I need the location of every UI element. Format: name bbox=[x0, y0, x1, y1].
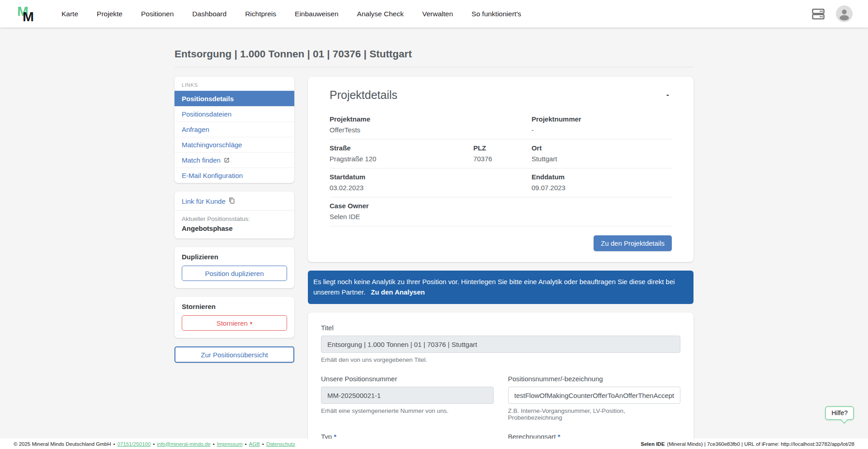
sidebar-item-anfragen[interactable]: Anfragen bbox=[175, 122, 294, 137]
sidebar-item-matchingvorschlaege[interactable]: Matchingvorschläge bbox=[175, 137, 294, 152]
unsere-positionsnummer-help: Erhält eine systemgenerierte Nummer von … bbox=[321, 407, 494, 414]
field-projektname: Projektname OfferTests bbox=[330, 115, 532, 134]
field-startdatum: Startdatum 03.02.2023 bbox=[330, 173, 532, 192]
field-label: PLZ bbox=[473, 144, 532, 152]
sidebar: LINKS Positionsdetails Positionsdateien … bbox=[175, 77, 294, 363]
footer-email-link[interactable]: info@mineral-minds.de bbox=[157, 441, 210, 447]
footer-separator: • bbox=[153, 441, 155, 447]
server-icon[interactable] bbox=[811, 7, 825, 21]
duplicate-card: Duplizieren Position duplizieren bbox=[175, 247, 294, 288]
copy-icon bbox=[229, 197, 235, 205]
link-fuer-kunde[interactable]: Link für Kunde bbox=[175, 192, 294, 210]
navbar-right bbox=[811, 5, 853, 22]
titel-label: Titel bbox=[321, 324, 680, 332]
sidebar-item-label: E-Mail Konfiguration bbox=[182, 172, 243, 179]
nav-item-projekte[interactable]: Projekte bbox=[97, 10, 123, 18]
position-form-card: Titel Erhält den von uns vorgegebenen Ti… bbox=[308, 313, 693, 449]
duplicate-section-title: Duplizieren bbox=[182, 253, 287, 261]
nav-item-karte[interactable]: Karte bbox=[61, 10, 78, 18]
cancel-position-button[interactable]: Stornieren ▾ bbox=[182, 315, 287, 331]
field-label: Projektname bbox=[330, 115, 532, 123]
footer-separator: • bbox=[113, 441, 115, 447]
sidebar-item-email-konfiguration[interactable]: E-Mail Konfiguration bbox=[175, 168, 294, 183]
sidebar-item-label: Matchingvorschläge bbox=[182, 141, 242, 149]
titel-help: Erhält den von uns vorgegebenen Titel. bbox=[321, 356, 680, 363]
nav-item-verwalten[interactable]: Verwalten bbox=[422, 10, 453, 18]
nav-item-einbauweisen[interactable]: Einbauweisen bbox=[295, 10, 339, 18]
sidebar-item-positionsdateien[interactable]: Positionsdateien bbox=[175, 106, 294, 122]
field-case-owner: Case Owner Selen IDE bbox=[330, 202, 672, 220]
field-value: Stuttgart bbox=[532, 155, 672, 163]
nav-item-dashboard[interactable]: Dashboard bbox=[192, 10, 226, 18]
help-button[interactable]: Hilfe? bbox=[825, 406, 854, 420]
main-column: Projektdetails - Projektname OfferTests … bbox=[308, 77, 693, 449]
session-details: (Mineral Minds) | 7ce360e83fb0 | URL of … bbox=[667, 441, 854, 447]
project-row-address: Straße Pragstraße 120 PLZ 70376 Ort Stut… bbox=[330, 140, 672, 168]
mineral-minds-logo[interactable]: M M bbox=[15, 3, 40, 25]
sidebar-item-label: Match finden bbox=[182, 156, 221, 164]
footer-agb-link[interactable]: AGB bbox=[249, 441, 260, 447]
content-area: LINKS Positionsdetails Positionsdateien … bbox=[175, 77, 693, 449]
to-project-details-button[interactable]: Zu den Projektdetails bbox=[594, 235, 672, 251]
sidebar-item-label: Positionsdetails bbox=[182, 95, 234, 103]
field-value: Pragstraße 120 bbox=[330, 155, 473, 163]
sidebar-item-label: Positionsdateien bbox=[182, 110, 231, 118]
positionsnummer-input[interactable] bbox=[508, 387, 681, 404]
field-value: Selen IDE bbox=[330, 213, 672, 220]
footer: © 2025 Mineral Minds Deutschland GmbH • … bbox=[0, 439, 868, 449]
field-label: Enddatum bbox=[532, 173, 672, 181]
field-plz: PLZ 70376 bbox=[473, 144, 532, 163]
collapse-icon[interactable]: - bbox=[664, 89, 672, 101]
unsere-positionsnummer-input bbox=[321, 387, 494, 404]
project-details-head: Projektdetails - bbox=[321, 89, 680, 111]
analytics-info-banner: Es liegt noch keine Analytik zu Ihrer Po… bbox=[308, 271, 693, 304]
field-value: OfferTests bbox=[330, 126, 532, 134]
positionsnummer-label: Positionsnummer/-bezeichnung bbox=[508, 375, 681, 383]
links-card-header: LINKS bbox=[175, 77, 294, 91]
position-status-label: Aktueller Positionsstatus: bbox=[182, 215, 287, 222]
position-overview-button[interactable]: Zur Positionsübersicht bbox=[175, 346, 294, 363]
nav-item-richtpreis[interactable]: Richtpreis bbox=[245, 10, 276, 18]
titel-input bbox=[321, 336, 680, 353]
footer-left: © 2025 Mineral Minds Deutschland GmbH • … bbox=[14, 441, 295, 447]
user-avatar-icon[interactable] bbox=[836, 5, 853, 22]
field-value: 70376 bbox=[473, 155, 532, 163]
field-ort: Ort Stuttgart bbox=[532, 144, 672, 163]
main-menu: Karte Projekte Positionen Dashboard Rich… bbox=[61, 10, 521, 18]
footer-phone-link[interactable]: 07151/250100 bbox=[118, 441, 151, 447]
unsere-positionsnummer-label: Unsere Positionsnummer bbox=[321, 375, 494, 383]
project-details-foot: Zu den Projektdetails bbox=[321, 226, 680, 252]
to-analyses-link[interactable]: Zu den Analysen bbox=[371, 288, 425, 296]
position-number-row: Unsere Positionsnummer Erhält eine syste… bbox=[321, 375, 680, 421]
footer-impressum-link[interactable]: Impressum bbox=[217, 441, 243, 447]
dropdown-caret-icon: ▾ bbox=[250, 321, 253, 326]
position-status-value: Angebotsphase bbox=[182, 224, 287, 232]
cancel-card: Stornieren Stornieren ▾ bbox=[175, 297, 294, 338]
titel-group: Titel Erhält den von uns vorgegebenen Ti… bbox=[321, 324, 680, 363]
field-label: Case Owner bbox=[330, 202, 672, 210]
external-link-icon bbox=[224, 157, 230, 163]
positionsnummer-help: Z.B. Interne-Vorgangsnummer, LV-Position… bbox=[508, 407, 681, 421]
sidebar-item-positionsdetails[interactable]: Positionsdetails bbox=[175, 91, 294, 106]
unsere-positionsnummer-group: Unsere Positionsnummer Erhält eine syste… bbox=[321, 375, 494, 421]
nav-item-so-funktionierts[interactable]: So funktioniert's bbox=[472, 10, 521, 18]
footer-copyright: © 2025 Mineral Minds Deutschland GmbH bbox=[14, 441, 111, 447]
footer-separator: • bbox=[262, 441, 264, 447]
cancel-section-title: Stornieren bbox=[182, 303, 287, 310]
project-details-title: Projektdetails bbox=[330, 89, 397, 102]
project-row-owner: Case Owner Selen IDE bbox=[330, 197, 672, 226]
field-label: Projektnummer bbox=[532, 115, 672, 123]
help-button-label: Hilfe? bbox=[831, 409, 848, 416]
nav-item-positionen[interactable]: Positionen bbox=[141, 10, 174, 18]
duplicate-position-button[interactable]: Position duplizieren bbox=[182, 266, 287, 281]
field-label: Straße bbox=[330, 144, 473, 152]
sidebar-item-match-finden[interactable]: Match finden bbox=[175, 152, 294, 168]
footer-separator: • bbox=[213, 441, 215, 447]
position-status-box: Aktueller Positionsstatus: Angebotsphase bbox=[175, 210, 294, 239]
nav-item-analyse-check[interactable]: Analyse Check bbox=[357, 10, 404, 18]
banner-text: Es liegt noch keine Analytik zu Ihrer Po… bbox=[313, 278, 675, 296]
bubble-tail bbox=[841, 417, 848, 424]
footer-datenschutz-link[interactable]: Datenschutz bbox=[266, 441, 295, 447]
field-label: Ort bbox=[532, 144, 672, 152]
field-label: Startdatum bbox=[330, 173, 532, 181]
